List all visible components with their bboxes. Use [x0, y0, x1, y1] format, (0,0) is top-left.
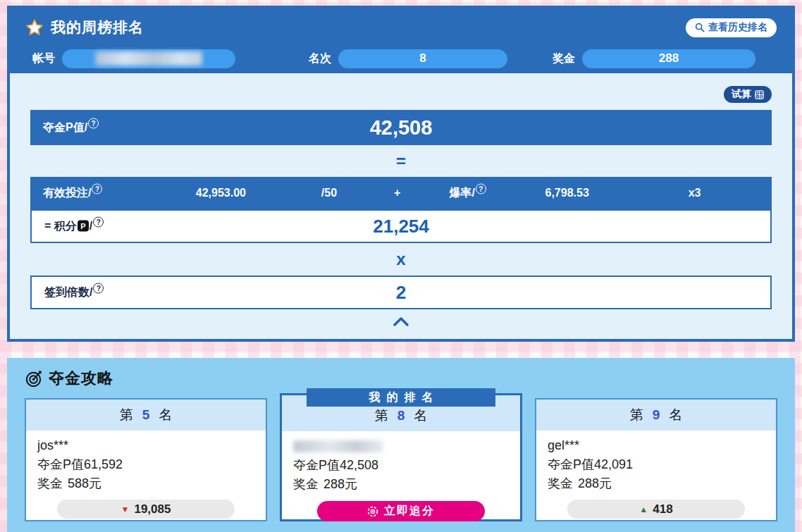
prize-value-pill: 288 — [582, 49, 755, 68]
star-icon — [25, 18, 44, 37]
blurred-username — [293, 440, 383, 452]
calculation-body: 试算 夺金P值/? 42,508 = 有效投注/? 42,953.00 /50 … — [10, 86, 792, 333]
rank-suffix: 名 — [414, 407, 427, 425]
account-value-pill — [62, 49, 235, 68]
rank-number: 8 — [397, 408, 405, 423]
chip-icon — [367, 506, 378, 517]
equals-operator: = — [30, 145, 772, 177]
chase-points-button[interactable]: 立即追分 — [317, 501, 486, 521]
view-history-label: 查看历史排名 — [708, 21, 767, 34]
weekly-ranking-panel: 我的周榜排名 查看历史排名 帐号 名次 8 奖金 288 — [7, 6, 795, 342]
points-row: = 积分P/? 21,254 — [30, 209, 772, 243]
burst-multiplier: x3 — [689, 187, 701, 199]
card-prize-line: 奖金288元 — [293, 475, 509, 494]
p-value-amount: 42,508 — [370, 116, 433, 140]
rank-prefix: 第 — [120, 406, 133, 424]
strategy-title-row: 夺金攻略 — [25, 368, 777, 389]
bet-divisor: /50 — [321, 187, 337, 199]
rank-number: 5 — [142, 407, 150, 423]
p-value-label: 夺金P值/? — [43, 120, 99, 135]
p-badge-icon: P — [78, 221, 89, 232]
blurred-account-value — [95, 51, 203, 66]
bet-and-burst-row: 有效投注/? 42,953.00 /50 + 爆率/? 6,798.53 x3 — [30, 177, 772, 209]
delta-value: 418 — [653, 502, 672, 516]
help-icon[interactable]: ? — [93, 283, 104, 294]
prize-field: 奖金 288 — [553, 49, 755, 68]
chase-points-label: 立即追分 — [384, 504, 435, 519]
multiply-operator: x — [30, 243, 772, 276]
plus-operator: + — [394, 187, 400, 199]
card-p-value-line: 夺金P值61,592 — [37, 455, 254, 474]
rank-field: 名次 8 — [309, 49, 507, 68]
rank-card-9: 第 9 名 gel*** 夺金P值42,091 奖金288元 ▲ 418 — [535, 398, 777, 521]
down-triangle-icon: ▼ — [121, 505, 130, 514]
card-prize-line: 奖金288元 — [548, 474, 765, 493]
signin-multiplier-row: 签到倍数/? 2 — [30, 276, 772, 309]
help-icon[interactable]: ? — [92, 184, 102, 194]
card-username: jos*** — [37, 436, 254, 455]
delta-pill: ▲ 418 — [567, 500, 746, 519]
p-value-row: 夺金P值/? 42,508 — [30, 110, 772, 145]
card-prize-line: 奖金588元 — [37, 474, 254, 493]
view-history-button[interactable]: 查看历史排名 — [686, 18, 777, 37]
card-username: gel*** — [548, 436, 765, 455]
help-icon[interactable]: ? — [88, 118, 99, 129]
help-icon[interactable]: ? — [93, 217, 104, 228]
rank-cards: 第 5 名 jos*** 夺金P值61,592 奖金588元 ▼ 19,085 … — [25, 389, 777, 521]
points-amount: 21,254 — [373, 216, 429, 237]
delta-value: 19,085 — [134, 502, 171, 516]
prize-label: 奖金 — [553, 51, 575, 66]
card-p-value-line: 夺金P值42,508 — [293, 456, 509, 475]
strategy-panel: 夺金攻略 第 5 名 jos*** 夺金P值61,592 奖金588元 ▼ 19… — [7, 358, 795, 532]
burst-rate-label: 爆率/? — [449, 186, 486, 201]
collapse-chevron-icon[interactable] — [30, 309, 772, 333]
account-field: 帐号 — [32, 49, 235, 68]
rank-label: 名次 — [309, 51, 331, 66]
signin-multiplier-label: 签到倍数/? — [44, 285, 104, 300]
delta-pill: ▼ 19,085 — [57, 500, 235, 519]
rank-suffix: 名 — [669, 406, 682, 424]
signin-multiplier-value: 2 — [396, 282, 406, 304]
target-dart-icon — [25, 369, 44, 388]
rank-prefix: 第 — [630, 406, 643, 424]
panel-header: 我的周榜排名 查看历史排名 帐号 名次 8 奖金 288 — [10, 8, 792, 73]
rank-card-8-mine: 我的排名 第 8 名 夺金P值42,508 奖金288元 立即追分 — [280, 393, 522, 521]
rank-card-header: 第 9 名 — [536, 400, 776, 431]
page-title: 我的周榜排名 — [51, 18, 144, 37]
rank-card-5: 第 5 名 jos*** 夺金P值61,592 奖金588元 ▼ 19,085 — [25, 398, 267, 521]
account-label: 帐号 — [32, 51, 55, 66]
strategy-title: 夺金攻略 — [49, 368, 113, 389]
valid-bet-amount: 42,953.00 — [196, 187, 246, 199]
points-label: = 积分P/? — [44, 219, 104, 234]
search-icon — [695, 23, 705, 32]
card-p-value-line: 夺金P值42,091 — [548, 455, 765, 474]
trial-calc-button[interactable]: 试算 — [724, 86, 772, 103]
rank-suffix: 名 — [159, 406, 172, 424]
burst-rate-amount: 6,798.53 — [545, 187, 589, 199]
calculator-icon — [755, 90, 764, 99]
rank-value-pill: 8 — [338, 49, 507, 68]
valid-bet-label: 有效投注/? — [43, 186, 102, 201]
my-rank-tab: 我的排名 — [307, 388, 495, 407]
trial-calc-label: 试算 — [732, 88, 751, 101]
up-triangle-icon: ▲ — [639, 505, 648, 514]
rank-card-header: 第 5 名 — [26, 400, 266, 431]
rank-number: 9 — [653, 407, 660, 423]
help-icon[interactable]: ? — [476, 184, 486, 194]
rank-prefix: 第 — [375, 407, 388, 425]
